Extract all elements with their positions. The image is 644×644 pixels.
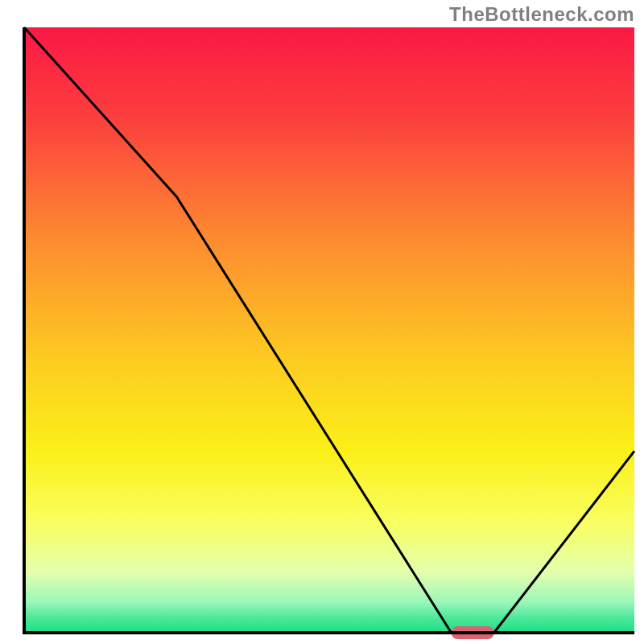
- watermark-text: TheBottleneck.com: [449, 3, 634, 26]
- bottleneck-chart: [0, 0, 644, 644]
- chart-container: TheBottleneck.com: [0, 0, 644, 644]
- gradient-background: [24, 27, 634, 633]
